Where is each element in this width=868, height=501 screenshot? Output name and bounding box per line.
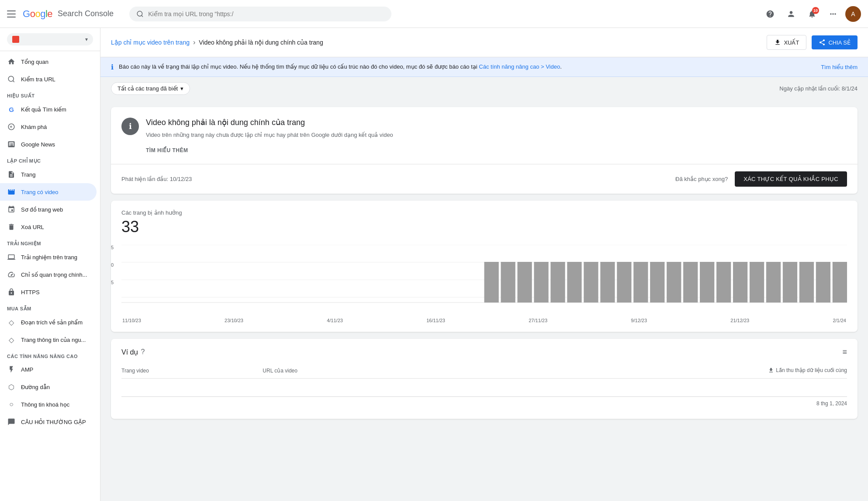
verify-button[interactable]: XÁC THỰC KẾT QUẢ KHẮC PHỤC — [735, 171, 847, 187]
help-button[interactable] — [761, 5, 779, 23]
search-icon — [136, 10, 144, 18]
notification-button[interactable]: 10 — [803, 5, 821, 23]
status-card-body: ℹ Video không phải là nội dung chính của… — [111, 107, 858, 164]
sidebar-item-label: AMP — [21, 366, 33, 373]
page-icon — [7, 170, 16, 179]
svg-rect-38 — [716, 262, 731, 303]
chart-body: Các trang bị ảnh hưởng 33 — [111, 201, 858, 332]
sidebar-item-label: Kết quả Tìm kiếm — [21, 106, 66, 113]
info-link[interactable]: Các tính năng nâng cao > Video — [479, 63, 560, 70]
example-title: Ví dụ ? — [121, 348, 145, 356]
sidebar-section-hieu-suat: Hiệu suất — [0, 88, 100, 101]
chart-card: Các trang bị ảnh hưởng 33 — [111, 201, 858, 332]
sidebar-item-tong-quan[interactable]: Tổng quan — [0, 53, 97, 70]
filter-chip[interactable]: Tất cả các trang đã biết ▾ — [111, 82, 190, 95]
svg-rect-42 — [783, 262, 797, 303]
svg-rect-30 — [584, 262, 598, 303]
col-trang-video: Trang video — [121, 364, 263, 379]
sidebar-item-chi-so[interactable]: Chỉ số quan trọng chính... — [0, 266, 97, 283]
sidebar-item-thong-tin-khoa-hoc[interactable]: ○ Thông tin khoá học — [0, 396, 97, 413]
monitor-icon — [7, 253, 16, 261]
status-icon: ℹ — [121, 118, 139, 135]
sidebar-item-label: Kiểm tra URL — [21, 76, 55, 83]
sidebar-item-kham-pha[interactable]: Khám phá — [0, 118, 97, 136]
menu-icon[interactable] — [7, 9, 17, 19]
notification-badge: 10 — [812, 7, 819, 14]
date-row: 8 thg 1, 2024 — [121, 397, 847, 410]
chart-svg — [121, 245, 847, 315]
sidebar-item-label: Trang — [21, 171, 35, 178]
info-learn-more[interactable]: Tìm hiểu thêm — [821, 64, 858, 70]
avatar[interactable]: A — [845, 6, 861, 22]
export-button[interactable]: XUẤT — [767, 35, 806, 50]
status-desc: Video trên những trang này chưa được lập… — [146, 131, 847, 139]
sidebar-section-trai-nghiem: Trải nghiệm — [0, 236, 100, 248]
svg-line-1 — [142, 15, 143, 17]
status-footer: Phát hiện lần đầu: 10/12/23 Đã khắc phục… — [111, 164, 858, 194]
sidebar-item-google-news[interactable]: Google News — [0, 136, 97, 153]
svg-rect-39 — [733, 262, 747, 303]
sidebar-item-trang-co-video[interactable]: Trang có video — [0, 183, 97, 201]
chart-y-45: 45 — [111, 245, 114, 250]
sidebar-item-xoa-url[interactable]: Xoá URL — [0, 218, 97, 236]
app-name: Search Console — [58, 9, 114, 18]
learn-more-link[interactable]: TÌM HIỂU THÊM — [146, 147, 188, 153]
google-logo-text: Google — [23, 8, 52, 20]
account-button[interactable] — [782, 5, 800, 23]
layout: ​ ▾ Tổng quan Kiểm tra URL Hiệu suất G K… — [0, 28, 868, 501]
filter-icon[interactable]: ≡ — [842, 348, 847, 357]
svg-rect-26 — [517, 262, 532, 303]
google-g-icon: G — [7, 105, 16, 114]
svg-point-0 — [137, 11, 142, 16]
example-card-body: Ví dụ ? ≡ Trang video URL của video — [111, 339, 858, 419]
domain-name: ​ — [22, 36, 83, 43]
sidebar-item-trang-thong-tin[interactable]: ◇ Trang thông tin của ngu... — [0, 331, 97, 348]
sidebar-item-label: Chỉ số quan trọng chính... — [21, 271, 87, 278]
status-card: ℹ Video không phải là nội dung chính của… — [111, 107, 858, 194]
sidebar-item-label: CÂU HỎI THƯỜNG GẶP — [21, 419, 86, 425]
search-box[interactable] — [129, 7, 391, 21]
download-small-icon — [768, 367, 774, 373]
sidebar-item-doan-trich[interactable]: ◇ Đoạn trích về sản phẩm — [0, 313, 97, 331]
sidebar-item-label: Google News — [21, 141, 55, 148]
topbar: Google Search Console 10 A — [0, 0, 868, 28]
example-date: 8 thg 1, 2024 — [816, 400, 847, 407]
sidebar-item-label: Khám phá — [21, 124, 47, 130]
sidebar-domain: ​ ▾ — [0, 28, 100, 51]
sidebar-item-trang[interactable]: Trang — [0, 166, 97, 183]
breadcrumb-parent[interactable]: Lập chỉ mục video trên trang — [111, 39, 190, 46]
filter-arrow-icon: ▾ — [180, 85, 183, 92]
sidebar-item-label: Tổng quan — [21, 59, 48, 65]
example-header: Ví dụ ? ≡ — [121, 348, 847, 357]
svg-rect-40 — [750, 262, 764, 303]
sidebar-item-https[interactable]: HTTPS — [0, 283, 97, 301]
domain-selector[interactable]: ​ ▾ — [7, 33, 93, 45]
domain-icon — [12, 36, 19, 43]
svg-rect-44 — [816, 262, 830, 303]
svg-line-3 — [13, 80, 14, 82]
chart-area: 45 30 15 0 11/10/23 23/10/23 4/11/23 16/… — [121, 245, 847, 323]
info-banner: ℹ Báo cáo này là về trạng thái lập chỉ m… — [100, 57, 868, 77]
sidebar-item-so-do[interactable]: Sơ đồ trang web — [0, 201, 97, 218]
content-area: ℹ Video không phải là nội dung chính của… — [100, 100, 868, 426]
sidebar-item-duong-dan[interactable]: ⬡ Đường dẫn — [0, 378, 97, 396]
sidebar-item-amp[interactable]: AMP — [0, 361, 97, 378]
sidebar-item-label: Trang thông tin của ngu... — [21, 337, 86, 343]
science-icon: ○ — [7, 400, 16, 409]
apps-button[interactable] — [824, 5, 842, 23]
search-input[interactable] — [148, 10, 384, 17]
diamond-icon: ◇ — [7, 318, 16, 327]
sidebar-item-trai-nghiem-trang[interactable]: Trải nghiệm trên trang — [0, 248, 97, 266]
share-button[interactable]: CHIA SẺ — [812, 35, 858, 49]
chart-x-label: 11/10/23 — [122, 318, 141, 323]
sidebar-item-faq[interactable]: CÂU HỎI THƯỜNG GẶP — [0, 413, 97, 431]
sidebar-item-kiem-tra-url[interactable]: Kiểm tra URL — [0, 70, 97, 88]
filter-label: Tất cả các trang đã biết — [118, 85, 178, 92]
fixed-question: Đã khắc phục xong? — [675, 176, 728, 182]
sidebar-item-label: Đường dẫn — [21, 384, 50, 390]
example-card: Ví dụ ? ≡ Trang video URL của video — [111, 339, 858, 419]
col-url-video: URL của video — [263, 364, 441, 379]
share-icon — [819, 39, 826, 46]
example-table: Trang video URL của video Lần thu thập d… — [121, 364, 847, 397]
sidebar-item-ket-qua[interactable]: G Kết quả Tìm kiếm — [0, 101, 97, 118]
